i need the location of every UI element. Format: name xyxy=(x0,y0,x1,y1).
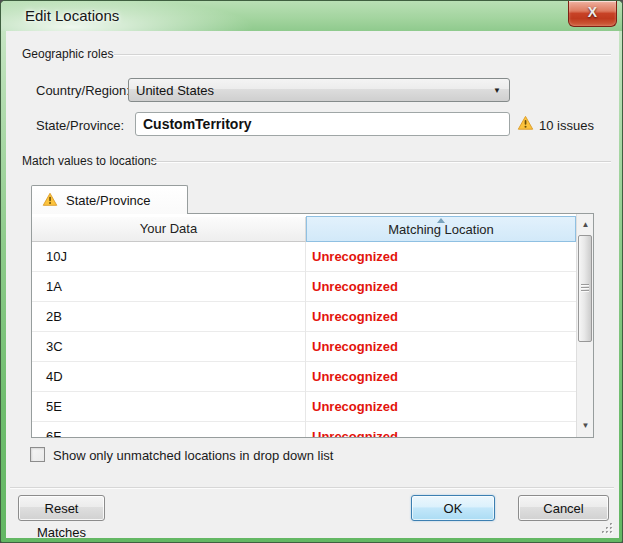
country-region-select[interactable]: United States ▼ xyxy=(128,78,510,102)
country-region-value: United States xyxy=(136,83,214,98)
table-row[interactable]: 5E Unrecognized xyxy=(32,392,576,422)
match-table: Your Data Matching Location 10J Unrecogn… xyxy=(31,213,594,438)
column-header-label: Matching Location xyxy=(388,222,494,237)
window-title: Edit Locations xyxy=(25,7,119,24)
issues-count-badge: 10 issues xyxy=(539,118,594,133)
scroll-up-icon[interactable]: ▲ xyxy=(578,216,593,233)
table-row[interactable]: 6F Unrecognized xyxy=(32,422,576,437)
geographic-roles-legend: Geographic roles xyxy=(22,47,113,61)
your-data-cell: 5E xyxy=(32,392,306,422)
state-province-label: State/Province: xyxy=(36,118,124,133)
table-row[interactable]: 3C Unrecognized xyxy=(32,332,576,362)
resize-grip[interactable] xyxy=(601,521,614,534)
footer-divider xyxy=(10,487,614,488)
reset-matches-button[interactable]: Reset Matches xyxy=(18,495,105,521)
titlebar[interactable]: Edit Locations X xyxy=(1,1,623,31)
country-region-label: Country/Region: xyxy=(36,83,130,98)
matching-location-cell[interactable]: Unrecognized xyxy=(306,422,576,437)
chevron-down-icon: ▼ xyxy=(493,86,501,95)
close-button[interactable]: X xyxy=(568,1,617,27)
table-body: 10J Unrecognized 1A Unrecognized 2B Unre… xyxy=(32,242,576,437)
tab-label: State/Province xyxy=(66,193,151,208)
matching-location-cell[interactable]: Unrecognized xyxy=(306,392,576,422)
warning-icon xyxy=(42,192,59,208)
scroll-down-icon[interactable]: ▼ xyxy=(578,417,593,434)
table-row[interactable]: 4D Unrecognized xyxy=(32,362,576,392)
column-header-matching-location[interactable]: Matching Location xyxy=(306,216,576,242)
scrollbar-thumb[interactable] xyxy=(578,235,592,342)
matching-location-cell[interactable]: Unrecognized xyxy=(306,362,576,392)
your-data-cell: 6F xyxy=(32,422,306,437)
ok-button[interactable]: OK xyxy=(411,495,495,521)
sort-ascending-icon xyxy=(437,218,445,223)
show-unmatched-label: Show only unmatched locations in drop do… xyxy=(53,448,333,463)
show-unmatched-checkbox[interactable] xyxy=(30,447,45,462)
edit-locations-dialog: Edit Locations X Geographic roles Countr… xyxy=(0,0,623,543)
group-divider xyxy=(152,161,611,162)
match-values-legend: Match values to locations xyxy=(22,154,157,168)
table-row[interactable]: 2B Unrecognized xyxy=(32,302,576,332)
your-data-cell: 10J xyxy=(32,242,306,272)
your-data-cell: 4D xyxy=(32,362,306,392)
group-divider xyxy=(114,54,611,55)
matching-location-cell[interactable]: Unrecognized xyxy=(306,302,576,332)
tab-state-province[interactable]: State/Province xyxy=(31,185,188,214)
your-data-cell: 1A xyxy=(32,272,306,302)
scrollbar-grip xyxy=(581,284,589,293)
state-province-value: CustomTerritory xyxy=(143,116,252,132)
column-header-your-data[interactable]: Your Data xyxy=(32,217,306,242)
warning-icon xyxy=(517,115,534,131)
your-data-cell: 2B xyxy=(32,302,306,332)
dialog-body: Geographic roles Country/Region: United … xyxy=(6,31,619,538)
table-row[interactable]: 10J Unrecognized xyxy=(32,242,576,272)
cancel-button[interactable]: Cancel xyxy=(518,495,609,521)
table-row[interactable]: 1A Unrecognized xyxy=(32,272,576,302)
matching-location-cell[interactable]: Unrecognized xyxy=(306,242,576,272)
your-data-cell: 3C xyxy=(32,332,306,362)
matching-location-cell[interactable]: Unrecognized xyxy=(306,272,576,302)
state-province-input[interactable]: CustomTerritory xyxy=(135,112,510,136)
column-header-label: Your Data xyxy=(140,221,197,236)
matching-location-cell[interactable]: Unrecognized xyxy=(306,332,576,362)
close-icon: X xyxy=(588,4,597,20)
table-header: Your Data Matching Location xyxy=(32,214,576,242)
vertical-scrollbar[interactable]: ▲ ▼ xyxy=(576,214,593,437)
